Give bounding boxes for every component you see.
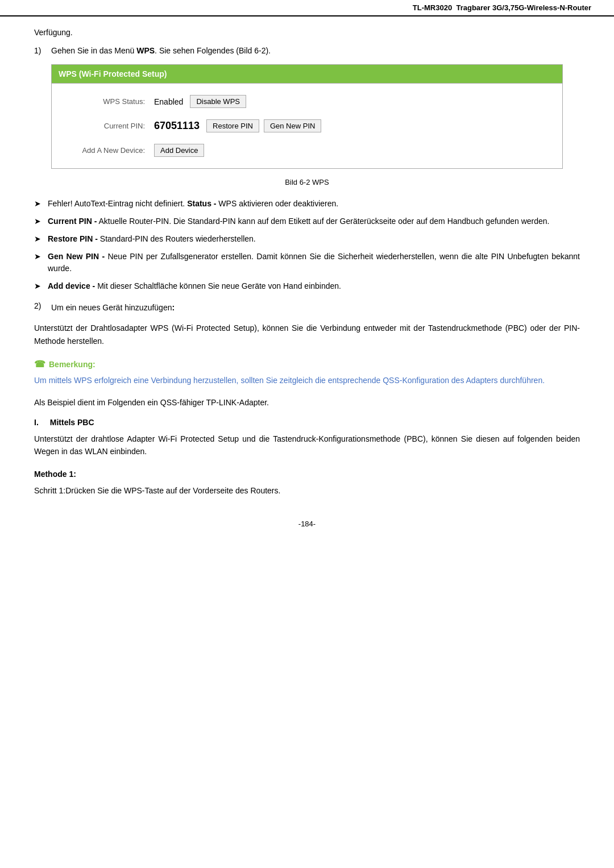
bullet-arrow-1: ➤ [34,198,48,210]
bullet-text-3: Restore PIN - Standard-PIN des Routers w… [48,233,580,245]
bullet-text-2: Current PIN - Aktuelle Router-PIN. Die S… [48,215,580,227]
wps-add-device-label: Add A New Device: [63,146,154,155]
wps-table: WPS (Wi-Fi Protected Setup) WPS Status: … [51,64,563,169]
bullet-item-4: ➤ Gen New PIN - Neue PIN per Zufallsgene… [34,251,580,275]
section-i-num: I. [34,418,39,427]
method1-title: Methode 1: [34,470,580,479]
wps-status-label: WPS Status: [63,97,154,106]
wps-table-header: WPS (Wi-Fi Protected Setup) [52,65,562,84]
wps-status-value: Enabled Disable WPS [154,95,246,108]
caption: Bild 6-2 WPS [34,178,580,186]
bullet-arrow-4: ➤ [34,251,48,263]
method1-step1: Schritt 1:Drücken Sie die WPS-Taste auf … [34,484,580,497]
wps-pin-row: Current PIN: 67051113 Restore PIN Gen Ne… [52,114,562,138]
paragraph1: Unterstützt der Drahtlosadapter WPS (Wi-… [34,322,580,347]
wps-table-body: WPS Status: Enabled Disable WPS Current … [52,84,562,168]
header-bar: TL-MR3020 Tragbarer 3G/3,75G-Wireless-N-… [0,0,614,16]
add-device-button[interactable]: Add Device [154,144,204,157]
step2-text: Um ein neues Gerät hinzuzufügen: [51,301,580,314]
bullet-arrow-2: ➤ [34,215,48,227]
wps-add-device-row: Add A New Device: Add Device [52,138,562,163]
remark-body: Um mittels WPS erfolgreich eine Verbindu… [34,374,580,387]
disable-wps-button[interactable]: Disable WPS [190,95,246,108]
step-2: 2) Um ein neues Gerät hinzuzufügen: [34,301,580,314]
bullet-item-5: ➤ Add device - Mit dieser Schaltfläche k… [34,280,580,292]
example-text: Als Beispiel dient im Folgenden ein QSS-… [34,396,580,409]
wps-pin-value: 67051113 Restore PIN Gen New PIN [154,119,321,132]
wps-pin-number: 67051113 [154,120,200,132]
header-text: TL-MR3020 Tragbarer 3G/3,75G-Wireless-N-… [413,3,591,12]
footer-page: -184- [34,520,580,528]
intro-text: Verfügung. [34,28,580,37]
wps-add-device-value: Add Device [154,144,204,157]
bullet-arrow-5: ➤ [34,280,48,292]
bullet-item-2: ➤ Current PIN - Aktuelle Router-PIN. Die… [34,215,580,227]
telephone-icon: ☎ [34,359,45,369]
gen-new-pin-button[interactable]: Gen New PIN [264,119,321,132]
step-1: 1) Gehen Sie in das Menü WPS. Sie sehen … [34,46,580,55]
step2-num: 2) [34,301,51,314]
section-i-body: Unterstützt der drahtlose Adapter Wi-Fi … [34,433,580,458]
bullet-item-1: ➤ Fehler! AutoText-Eintrag nicht definie… [34,198,580,210]
bullet-item-3: ➤ Restore PIN - Standard-PIN des Routers… [34,233,580,245]
wps-pin-label: Current PIN: [63,122,154,130]
bullet-text-4: Gen New PIN - Neue PIN per Zufallsgenera… [48,251,580,275]
remark-block: ☎ Bemerkung: Um mittels WPS erfolgreich … [34,359,580,387]
wps-status-text: Enabled [154,97,183,106]
step1-num: 1) [34,46,51,55]
wps-status-row: WPS Status: Enabled Disable WPS [52,89,562,114]
bullet-list: ➤ Fehler! AutoText-Eintrag nicht definie… [34,198,580,292]
remark-title: ☎ Bemerkung: [34,359,580,369]
bullet-text-5: Add device - Mit dieser Schaltfläche kön… [48,280,580,292]
bullet-text-1: Fehler! AutoText-Eintrag nicht definiert… [48,198,580,210]
section-i-heading: I. Mittels PBC [34,418,580,427]
bullet-arrow-3: ➤ [34,233,48,245]
restore-pin-button[interactable]: Restore PIN [206,119,259,132]
step1-text: Gehen Sie in das Menü WPS. Sie sehen Fol… [51,46,580,55]
section-i-title: Mittels PBC [50,418,94,427]
